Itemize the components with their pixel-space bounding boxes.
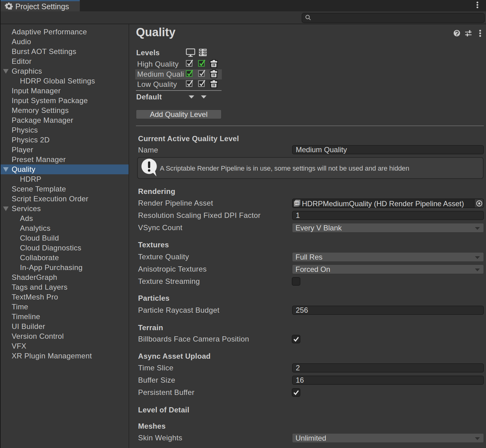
svg-text:HD: HD: [295, 201, 299, 205]
